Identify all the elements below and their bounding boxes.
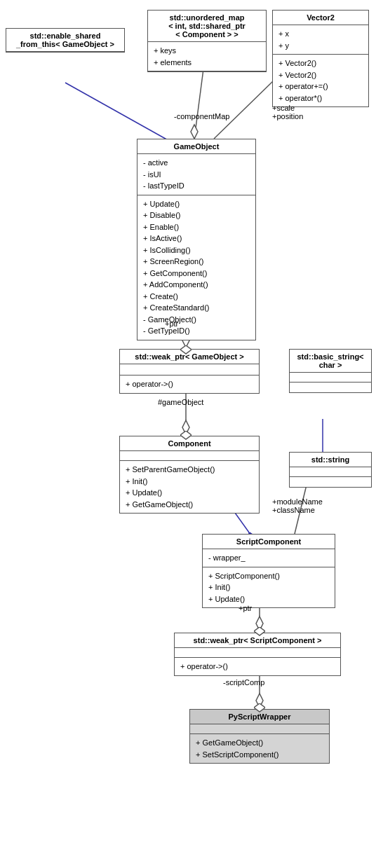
svg-line-0: [65, 83, 170, 142]
module-class-label: +moduleName+className: [272, 497, 323, 514]
gameobject-attrs: - active- isUI- lastTypeID: [137, 154, 255, 195]
weak-ptr-go-empty: [120, 364, 259, 376]
svg-marker-16: [180, 431, 192, 439]
basic-string-title: std::basic_string<char >: [290, 350, 371, 373]
svg-marker-2: [191, 125, 198, 139]
diamond-go-sc: [180, 345, 192, 357]
component-box: Component + SetParentGameObject()+ Init(…: [119, 436, 260, 514]
unordered-map-attrs: + keys+ elements: [148, 42, 266, 71]
diamond-comp: [180, 431, 192, 442]
diamond-py-script: [254, 703, 265, 715]
py-script-wrapper-box: PyScriptWrapper + GetGameObject()+ SetSc…: [189, 709, 330, 764]
enable-shared-title: std::enable_shared _from_this< GameObjec…: [6, 29, 124, 52]
vector2-title: Vector2: [273, 11, 368, 25]
unordered-map-title: std::unordered_map< int, std::shared_ptr…: [148, 11, 266, 42]
svg-marker-18: [254, 703, 265, 712]
script-comp-label: -scriptComp: [223, 678, 264, 687]
weak-ptr-sc-box: std::weak_ptr< ScriptComponent > + opera…: [174, 633, 341, 676]
basic-string-empty2: [290, 383, 371, 392]
ptr2-label: +ptr: [239, 604, 252, 612]
enable-shared-box: std::enable_shared _from_this< GameObjec…: [6, 28, 125, 53]
gameobject-methods: + Update()+ Disable()+ Enable()+ IsActiv…: [137, 195, 255, 340]
svg-marker-17: [254, 627, 265, 635]
py-script-wrapper-empty: [190, 724, 329, 734]
unordered-map-box: std::unordered_map< int, std::shared_ptr…: [147, 10, 267, 72]
script-component-title: ScriptComponent: [203, 535, 335, 549]
svg-line-3: [214, 81, 274, 139]
std-string-box: std::string: [289, 452, 372, 488]
weak-ptr-sc-methods: + operator->(): [175, 658, 340, 675]
game-object-rel-label: #gameObject: [158, 398, 203, 406]
component-empty: [120, 451, 259, 461]
py-script-wrapper-methods: + GetGameObject()+ SetScriptComponent(): [190, 734, 329, 763]
basic-string-box: std::basic_string<char >: [289, 349, 372, 393]
vector2-methods: + Vector2()+ Vector2()+ operator+=()+ op…: [273, 55, 368, 106]
vector2-box: Vector2 + x+ y + Vector2()+ Vector2()+ o…: [272, 10, 369, 107]
script-component-attrs: - wrapper_: [203, 549, 335, 567]
vector2-attrs: + x+ y: [273, 25, 368, 55]
diamond-weak-ptr-sc: [254, 627, 265, 638]
basic-string-empty1: [290, 373, 371, 383]
weak-ptr-go-methods: + operator->(): [120, 376, 259, 393]
component-methods: + SetParentGameObject()+ Init()+ Update(…: [120, 461, 259, 513]
scale-position-label: +scale+position: [272, 104, 303, 120]
std-string-title: std::string: [290, 453, 371, 467]
uml-diagram: std::enable_shared _from_this< GameObjec…: [0, 0, 376, 868]
script-component-box: ScriptComponent - wrapper_ + ScriptCompo…: [202, 534, 335, 608]
gameobject-title: GameObject: [137, 139, 255, 154]
std-string-empty1: [290, 467, 371, 477]
script-component-methods: + ScriptComponent()+ Init()+ Update(): [203, 567, 335, 608]
gameobject-box: GameObject - active- isUI- lastTypeID + …: [137, 139, 256, 340]
component-map-label: -componentMap: [174, 112, 230, 120]
svg-marker-15: [180, 345, 192, 354]
std-string-empty2: [290, 477, 371, 487]
ptr1-label: +ptr: [165, 319, 178, 328]
weak-ptr-sc-empty: [175, 648, 340, 658]
